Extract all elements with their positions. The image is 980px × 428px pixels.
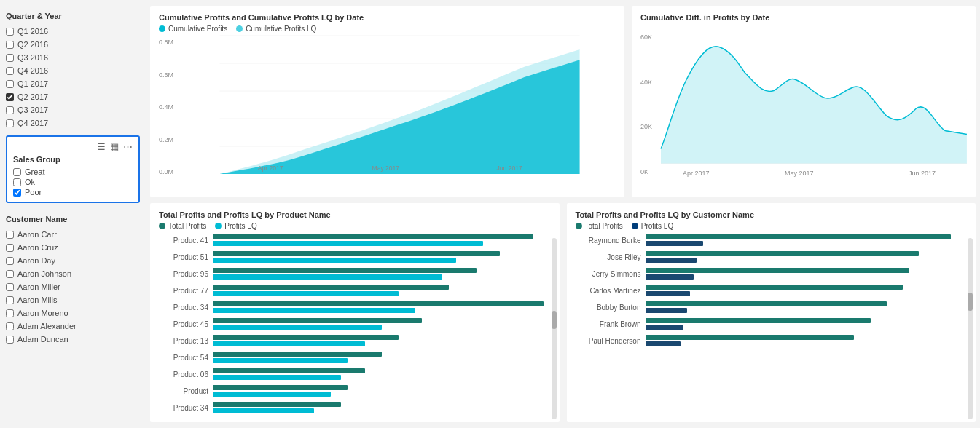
customer-aaron-day[interactable]: Aaron Day: [6, 255, 140, 266]
cb-aaron-miller[interactable]: [6, 283, 14, 291]
quarter-q2-2016[interactable]: Q2 2016: [6, 39, 140, 49]
bar-label-product06: Product 06: [159, 370, 208, 379]
legend-label-lq: Cumulative Profits LQ: [246, 25, 316, 33]
bar-profits-product41: [213, 234, 533, 239]
customer-aaron-johnson[interactable]: Aaron Johnson: [6, 269, 140, 279]
bar-lq-product54: [213, 358, 348, 363]
customer-name-title: Customer Name: [6, 215, 140, 223]
bar-label-product54: Product 54: [159, 354, 208, 362]
quarter-q4-2017[interactable]: Q4 2017: [6, 118, 140, 128]
quarter-q4-2017-checkbox[interactable]: [6, 119, 14, 127]
bar-track-product13: [213, 335, 551, 346]
hamburger-icon[interactable]: ☰: [97, 141, 106, 152]
customer-aaron-miller[interactable]: Aaron Miller: [6, 282, 140, 292]
bar-row-product34: Product 34: [159, 300, 551, 314]
cb-aaron-johnson[interactable]: [6, 270, 14, 278]
bar-track-jerry: [646, 268, 968, 280]
cb-aaron-mills[interactable]: [6, 296, 14, 304]
sg-great[interactable]: Great: [13, 167, 133, 177]
bar-track-raymond: [646, 234, 968, 246]
cb-adam-duncan[interactable]: [6, 336, 14, 344]
bar-label-carlos: Carlos Martinez: [576, 287, 641, 295]
bar-lq-bobby: [646, 308, 687, 313]
quarter-q3-2016[interactable]: Q3 2016: [6, 52, 140, 63]
quarter-q1-2016[interactable]: Q1 2016: [6, 26, 140, 36]
layout-icon[interactable]: ▦: [110, 141, 119, 152]
quarter-q3-2017-checkbox[interactable]: [6, 106, 14, 114]
sg-poor-label: Poor: [25, 188, 42, 197]
bar-label-jose: Jose Riley: [576, 253, 641, 261]
customer-scrollbar-thumb[interactable]: [968, 293, 973, 311]
svg-text:Apr 2017: Apr 2017: [258, 165, 283, 172]
quarter-q3-2016-checkbox[interactable]: [6, 54, 14, 62]
cb-aaron-carr[interactable]: [6, 231, 14, 239]
cb-adam-alexander[interactable]: [6, 322, 14, 330]
bar-row-bobby: Bobby Burton: [576, 300, 968, 314]
bar-row-raymond: Raymond Burke: [576, 233, 968, 247]
cb-aaron-cruz[interactable]: [6, 244, 14, 252]
bar-track-product06: [213, 368, 551, 380]
bar-profits-product51: [213, 251, 500, 256]
more-options-icon[interactable]: ⋯: [123, 141, 133, 152]
bar-profits-frank: [646, 318, 871, 323]
sg-great-checkbox[interactable]: [13, 168, 21, 176]
customer-aaron-cruz[interactable]: Aaron Cruz: [6, 242, 140, 253]
main-content: Cumulative Profits and Cumulative Profit…: [146, 0, 980, 428]
quarter-q1-2017-label: Q1 2017: [17, 79, 48, 88]
quarter-q2-2017-checkbox[interactable]: [6, 93, 14, 101]
bar-row-product77: Product 77: [159, 283, 551, 298]
quarter-q2-2016-checkbox[interactable]: [6, 41, 14, 49]
bar-profits-product06: [213, 368, 365, 373]
bar-track-product96: [213, 268, 551, 280]
legend-dot-profits-lq: [215, 223, 222, 229]
quarter-q4-2016[interactable]: Q4 2016: [6, 66, 140, 76]
quarter-q1-2017-checkbox[interactable]: [6, 80, 14, 88]
bar-lq-jerry: [646, 274, 694, 280]
quarter-q2-2017[interactable]: Q2 2017: [6, 92, 140, 102]
legend-dot-profits: [159, 25, 165, 32]
product-scrollbar-track[interactable]: [552, 238, 557, 419]
product-bar-title: Total Profits and Profits LQ by Product …: [159, 210, 551, 219]
cb-aaron-day[interactable]: [6, 257, 14, 265]
bar-track-product: [213, 385, 551, 397]
customer-scrollbar-track[interactable]: [968, 238, 973, 419]
customer-adam-duncan[interactable]: Adam Duncan: [6, 334, 140, 344]
bar-lq-product13: [213, 341, 365, 346]
bar-track-carlos: [646, 285, 968, 296]
customer-adam-alexander[interactable]: Adam Alexander: [6, 321, 140, 331]
product-scrollbar-thumb[interactable]: [552, 311, 557, 329]
sg-poor[interactable]: Poor: [13, 187, 133, 197]
bottom-charts-row: Total Profits and Profits LQ by Product …: [150, 203, 976, 422]
quarter-q1-2016-checkbox[interactable]: [6, 28, 14, 36]
legend-label-profits: Cumulative Profits: [168, 25, 227, 33]
diff-chart-body: 60K 40K 20K 0K: [640, 31, 967, 190]
quarter-q3-2017-label: Q3 2017: [17, 106, 48, 114]
sg-poor-checkbox[interactable]: [13, 189, 21, 197]
bar-track-product77: [213, 285, 551, 296]
cb-aaron-moreno[interactable]: [6, 309, 14, 317]
legend-cumulative-profits: Cumulative Profits: [159, 25, 227, 33]
bar-profits-product54: [213, 352, 382, 357]
customer-aaron-moreno[interactable]: Aaron Moreno: [6, 308, 140, 318]
dashboard: Quarter & Year Q1 2016 Q2 2016 Q3 2016 Q…: [0, 0, 980, 428]
customer-aaron-mills[interactable]: Aaron Mills: [6, 295, 140, 305]
bar-track-paul: [646, 335, 968, 346]
customer-aaron-carr[interactable]: Aaron Carr: [6, 229, 140, 239]
bar-lq-product34b: [213, 408, 314, 413]
bar-row-product06: Product 06: [159, 367, 551, 381]
sg-ok[interactable]: Ok: [13, 177, 133, 187]
cumulative-diff-chart: Cumulative Diff. in Profits by Date 60K …: [632, 6, 976, 197]
bar-track-product45: [213, 318, 551, 330]
sg-ok-checkbox[interactable]: [13, 178, 21, 186]
sales-group-filter-box: ☰ ▦ ⋯ Sales Group Great Ok Poor: [6, 135, 140, 203]
customer-bar-area: Raymond Burke Jose Riley: [576, 233, 968, 415]
bar-profits-product: [213, 385, 348, 390]
quarter-q1-2017[interactable]: Q1 2017: [6, 79, 140, 89]
cumulative-legend: Cumulative Profits Cumulative Profits LQ: [159, 25, 616, 33]
quarter-q4-2016-checkbox[interactable]: [6, 67, 14, 75]
quarter-q3-2017[interactable]: Q3 2017: [6, 105, 140, 115]
legend-dot-cust-lq: [632, 223, 638, 229]
bar-track-product34b: [213, 402, 551, 413]
bar-profits-bobby: [646, 301, 887, 306]
svg-text:May 2017: May 2017: [785, 170, 813, 177]
